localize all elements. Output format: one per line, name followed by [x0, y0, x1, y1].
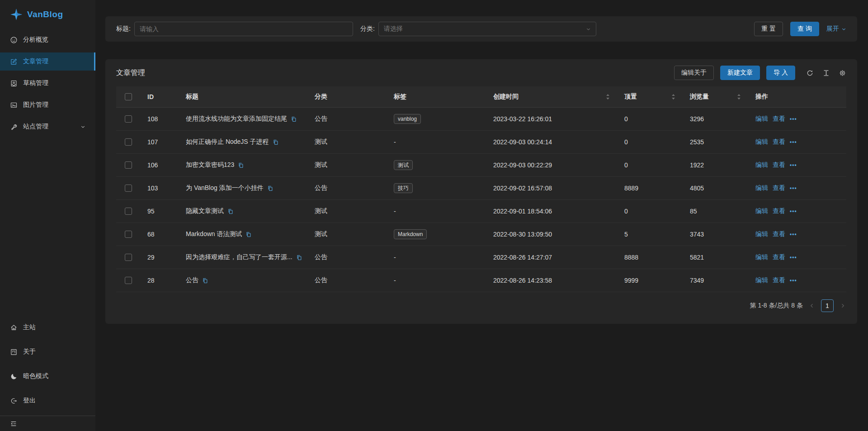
edit-link[interactable]: 编辑 — [755, 253, 768, 261]
query-button[interactable]: 查 询 — [790, 22, 819, 36]
new-article-button[interactable]: 新建文章 — [720, 66, 760, 80]
logout-icon — [10, 397, 18, 405]
row-checkbox[interactable] — [125, 185, 132, 192]
article-id: 28 — [140, 277, 179, 284]
smile-icon — [10, 36, 18, 44]
select-all-checkbox[interactable] — [125, 93, 132, 100]
view-link[interactable]: 查看 — [773, 207, 785, 215]
title-filter-input[interactable] — [134, 22, 353, 36]
edit-about-button[interactable]: 编辑关于 — [674, 66, 714, 80]
edit-link[interactable]: 编辑 — [755, 207, 768, 215]
copy-icon[interactable] — [237, 162, 244, 169]
view-link[interactable]: 查看 — [773, 161, 785, 169]
article-title[interactable]: Markdown 语法测试 — [186, 230, 242, 238]
copy-icon[interactable] — [202, 277, 208, 284]
edit-link[interactable]: 编辑 — [755, 161, 768, 169]
sidebar-item-articles[interactable]: 文章管理 — [0, 52, 95, 71]
import-button[interactable]: 导 入 — [766, 66, 795, 80]
sidebar-item-drafts[interactable]: 草稿管理 — [0, 74, 95, 92]
sidebar-item-about[interactable]: 关于 — [0, 343, 95, 361]
more-actions-link[interactable]: ••• — [790, 208, 797, 214]
view-link[interactable]: 查看 — [773, 184, 785, 192]
article-title[interactable]: 因为选择艰难症，自己写了一套开源... — [186, 253, 292, 261]
density-icon[interactable] — [822, 69, 830, 77]
chevron-down-icon — [586, 27, 591, 32]
row-checkbox[interactable] — [125, 161, 132, 169]
edit-link[interactable]: 编辑 — [755, 115, 768, 123]
copy-icon[interactable] — [245, 231, 252, 238]
view-link[interactable]: 查看 — [773, 230, 785, 238]
article-views: 1922 — [683, 161, 748, 169]
row-checkbox[interactable] — [125, 115, 132, 123]
row-checkbox[interactable] — [125, 277, 132, 284]
article-title[interactable]: 隐藏文章测试 — [186, 207, 224, 215]
more-actions-link[interactable]: ••• — [790, 139, 797, 145]
expand-link[interactable]: 展开 — [826, 25, 846, 33]
article-id: 95 — [140, 208, 179, 215]
pagination: 第 1-8 条/总共 8 条 1 — [116, 299, 846, 312]
more-actions-link[interactable]: ••• — [790, 116, 797, 122]
sidebar-item-images[interactable]: 图片管理 — [0, 96, 95, 114]
copy-icon[interactable] — [227, 208, 234, 215]
more-actions-link[interactable]: ••• — [790, 185, 797, 191]
article-title[interactable]: 公告 — [186, 276, 198, 284]
more-actions-link[interactable]: ••• — [790, 162, 797, 168]
column-header-created[interactable]: 创建时间 — [486, 93, 617, 101]
sidebar-collapse-button[interactable] — [0, 416, 95, 431]
sidebar-item-analytics[interactable]: 分析概览 — [0, 31, 95, 49]
more-actions-link[interactable]: ••• — [790, 277, 797, 284]
article-title[interactable]: 为 VanBlog 添加一个小挂件 — [186, 184, 264, 192]
edit-link[interactable]: 编辑 — [755, 138, 768, 146]
vanblog-admin: VanBlog 分析概览 文章管理 草稿管理 — [0, 0, 868, 431]
next-page-icon[interactable] — [839, 303, 846, 308]
gear-icon[interactable] — [839, 69, 846, 77]
sort-icon[interactable] — [737, 94, 741, 100]
sidebar-item-label: 图片管理 — [23, 101, 48, 109]
column-header-category: 分类 — [307, 93, 387, 101]
sidebar-item-dark-mode[interactable]: 暗色模式 — [0, 367, 95, 385]
reload-icon[interactable] — [806, 69, 814, 77]
view-link[interactable]: 查看 — [773, 253, 785, 261]
view-link[interactable]: 查看 — [773, 276, 785, 284]
row-checkbox[interactable] — [125, 231, 132, 238]
edit-link[interactable]: 编辑 — [755, 276, 768, 284]
sidebar-item-site[interactable]: 站点管理 — [0, 118, 95, 136]
copy-icon[interactable] — [267, 185, 274, 192]
column-header-views[interactable]: 浏览量 — [683, 93, 748, 101]
copy-icon[interactable] — [296, 254, 302, 261]
article-title[interactable]: 如何正确停止 NodeJS 子进程 — [186, 138, 269, 146]
edit-link[interactable]: 编辑 — [755, 184, 768, 192]
more-actions-link[interactable]: ••• — [790, 231, 797, 237]
copy-icon[interactable] — [272, 139, 279, 146]
view-link[interactable]: 查看 — [773, 138, 785, 146]
prev-page-icon[interactable] — [808, 303, 816, 308]
sort-icon[interactable] — [606, 94, 610, 100]
row-checkbox[interactable] — [125, 254, 132, 261]
table-row: 106 加密文章密码123 测试 测试 2022-09-03 00:22:29 … — [116, 154, 846, 177]
expand-label: 展开 — [826, 25, 839, 33]
menu-fold-icon — [10, 420, 17, 427]
page-number[interactable]: 1 — [821, 299, 834, 312]
edit-link[interactable]: 编辑 — [755, 230, 768, 238]
moon-icon — [10, 373, 18, 380]
table-row: 95 隐藏文章测试 测试 - 2022-09-01 18:54:06 0 85 … — [116, 200, 846, 223]
sort-icon[interactable] — [671, 94, 675, 100]
article-views: 3296 — [683, 115, 748, 123]
reset-button[interactable]: 重 置 — [754, 22, 783, 36]
tool-icon — [10, 123, 18, 131]
sidebar-item-main-site[interactable]: 主站 — [0, 318, 95, 336]
row-checkbox[interactable] — [125, 208, 132, 215]
article-title[interactable]: 加密文章密码123 — [186, 161, 234, 169]
sidebar-item-label: 文章管理 — [23, 57, 48, 66]
logo[interactable]: VanBlog — [0, 0, 95, 29]
article-title[interactable]: 使用流水线功能为文章添加固定结尾 — [186, 115, 287, 123]
column-header-top[interactable]: 顶置 — [617, 93, 683, 101]
row-checkbox[interactable] — [125, 138, 132, 146]
view-link[interactable]: 查看 — [773, 115, 785, 123]
sidebar-item-label: 分析概览 — [23, 36, 48, 44]
more-actions-link[interactable]: ••• — [790, 254, 797, 260]
article-table-card: 文章管理 编辑关于 新建文章 导 入 — [105, 59, 857, 324]
copy-icon[interactable] — [290, 116, 297, 123]
sidebar-item-logout[interactable]: 登出 — [0, 392, 95, 410]
category-filter-select[interactable]: 请选择 — [378, 22, 596, 36]
